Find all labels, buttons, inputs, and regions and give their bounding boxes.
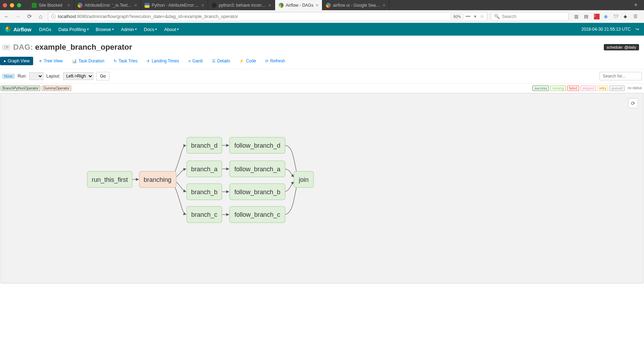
view-tab-landing-times[interactable]: ✈ Landing Times <box>143 57 183 65</box>
forward-button[interactable]: → <box>14 13 22 20</box>
node-branch-c[interactable]: branch_c <box>187 207 222 223</box>
view-tab-icon: ≡ <box>188 59 190 63</box>
tab-close-icon[interactable]: × <box>201 2 204 8</box>
view-tab-task-tries[interactable]: ↻ Task Tries <box>110 57 141 65</box>
node-follow-branch-a[interactable]: follow_branch_a <box>230 161 285 177</box>
home-button[interactable]: ⌂ <box>37 13 44 20</box>
tab-label: airflow ui - Google Search <box>333 3 381 8</box>
view-tab-label: Details <box>217 59 230 63</box>
tab-favicon <box>212 3 217 8</box>
node-follow-branch-b[interactable]: follow_branch_b <box>230 184 285 200</box>
view-tab-details[interactable]: ☰ Details <box>208 57 234 65</box>
status-legend: success running failed skipped retry que… <box>533 86 643 91</box>
go-button[interactable]: Go <box>96 72 110 80</box>
tab-favicon <box>326 3 331 8</box>
airflow-logo[interactable]: Airflow <box>5 26 31 32</box>
node-join[interactable]: join <box>294 171 314 188</box>
nav-admin[interactable]: Admin▾ <box>121 27 137 32</box>
extension-icon[interactable]: 1 <box>594 14 600 19</box>
extension-shield-icon[interactable]: 🛡 <box>614 14 619 19</box>
page-actions-icon[interactable]: ••• <box>466 14 470 19</box>
browser-tab[interactable]: python3: behave incorrectly m… × <box>208 0 275 10</box>
view-tab-tree-view[interactable]: ✳ Tree View <box>35 57 66 65</box>
node-run-this-first[interactable]: run_this_first <box>87 171 132 188</box>
nav-browse[interactable]: Browse▾ <box>96 27 114 32</box>
logout-icon[interactable]: ↪ <box>636 27 639 32</box>
view-tab-graph-view[interactable]: ● Graph View <box>0 57 33 65</box>
browser-tab[interactable]: Python - AttributeError: '_io.Te… × <box>141 0 208 10</box>
view-tab-label: Task Tries <box>119 59 138 63</box>
extension-icon-3[interactable]: ◆ <box>624 14 629 19</box>
view-tab-task-duration[interactable]: 📊 Task Duration <box>68 57 108 65</box>
tab-favicon <box>145 3 150 8</box>
url-bar[interactable]: ⓘ localhost:8080/admin/airflow/graph?exe… <box>48 12 487 21</box>
node-branch-a[interactable]: branch_a <box>187 161 222 177</box>
svg-text:follow_branch_a: follow_branch_a <box>234 166 280 173</box>
nav-about[interactable]: About▾ <box>164 27 179 32</box>
layout-select[interactable]: Left->Right <box>63 72 93 80</box>
view-tab-icon: ✳ <box>39 59 42 63</box>
nav-label: DAGs <box>39 27 51 32</box>
graph-canvas[interactable]: ⟳ run_this_first branching branch_d bran… <box>1 93 643 283</box>
back-button[interactable]: ← <box>3 13 11 20</box>
close-window-button[interactable] <box>3 3 7 7</box>
node-branching[interactable]: branching <box>139 171 176 188</box>
view-tab-icon: ↻ <box>114 59 117 63</box>
nav-dags[interactable]: DAGs <box>39 27 51 32</box>
dag-label: DAG: <box>13 43 33 52</box>
status-skipped: skipped <box>581 86 596 91</box>
node-follow-branch-d[interactable]: follow_branch_d <box>230 137 285 154</box>
browser-tab[interactable]: Airflow - DAGs × <box>275 0 322 10</box>
extension-icon-2[interactable]: ◉ <box>604 14 609 19</box>
pocket-icon[interactable]: ▾ <box>474 14 476 19</box>
tab-label: Site Blocked <box>39 3 65 8</box>
nav-docs[interactable]: Docs▾ <box>144 27 157 32</box>
browser-tab[interactable]: AttributeError: '_io.TextIOWrap… × <box>74 0 141 10</box>
reload-button[interactable]: ⟳ <box>25 13 33 20</box>
tab-close-icon[interactable]: × <box>268 2 271 8</box>
tab-close-icon[interactable]: × <box>316 2 318 8</box>
bookmark-star-icon[interactable]: ☆ <box>480 14 484 19</box>
zoom-level-badge[interactable]: 80% <box>451 14 463 19</box>
maximize-window-button[interactable] <box>17 3 21 7</box>
pinwheel-icon <box>5 26 11 32</box>
view-tab-refresh[interactable]: ⟳ Refresh <box>262 57 288 65</box>
tab-label: AttributeError: '_io.TextIOWrap… <box>85 3 132 8</box>
svg-text:follow_branch_d: follow_branch_d <box>234 142 280 149</box>
dag-name: example_branch_operator <box>35 43 132 52</box>
tab-label: Python - AttributeError: '_io.Te… <box>152 3 199 8</box>
view-tab-gantt[interactable]: ≡ Gantt <box>185 57 206 65</box>
layout-label: Layout: <box>46 74 60 79</box>
tab-close-icon[interactable]: × <box>383 2 385 8</box>
view-tab-code[interactable]: ⚡ Code <box>236 57 260 65</box>
window-controls <box>3 3 21 7</box>
site-info-icon[interactable]: ⓘ <box>51 13 56 20</box>
graph-search-input[interactable] <box>600 72 642 80</box>
new-tab-button[interactable]: + <box>630 1 641 9</box>
tab-close-icon[interactable]: × <box>134 2 137 8</box>
node-branch-d[interactable]: branch_d <box>187 137 222 154</box>
browser-tab[interactable]: airflow ui - Google Search × <box>322 0 389 10</box>
dag-graph-svg: run_this_first branching branch_d branch… <box>1 93 643 283</box>
schedule-badge[interactable]: schedule: @daily <box>604 44 639 50</box>
browser-search-bar[interactable]: 🔍 Search <box>491 12 569 21</box>
nav-data-profiling[interactable]: Data Profiling▾ <box>59 27 89 32</box>
view-tab-label: Refresh <box>270 59 285 63</box>
tabs-list: Site Blocked × AttributeError: '_io.Text… <box>28 0 630 10</box>
tab-favicon <box>32 3 37 8</box>
library-icon[interactable]: ▥ <box>574 14 580 19</box>
view-tab-label: Graph View <box>8 59 30 63</box>
hamburger-menu-icon[interactable]: ☰ <box>633 14 639 19</box>
graph-refresh-button[interactable]: ⟳ <box>628 98 638 108</box>
browser-tab[interactable]: Site Blocked × <box>28 0 74 10</box>
svg-text:branch_d: branch_d <box>191 142 218 149</box>
minimize-window-button[interactable] <box>10 3 14 7</box>
run-select[interactable] <box>29 72 43 80</box>
view-tab-label: Task Duration <box>79 59 104 63</box>
dag-toggle[interactable]: Off <box>2 45 10 50</box>
node-branch-b[interactable]: branch_b <box>187 184 222 200</box>
svg-text:branching: branching <box>144 176 171 183</box>
tab-close-icon[interactable]: × <box>67 2 70 8</box>
node-follow-branch-c[interactable]: follow_branch_c <box>230 207 285 223</box>
sidebar-icon[interactable]: ▤ <box>584 14 590 19</box>
